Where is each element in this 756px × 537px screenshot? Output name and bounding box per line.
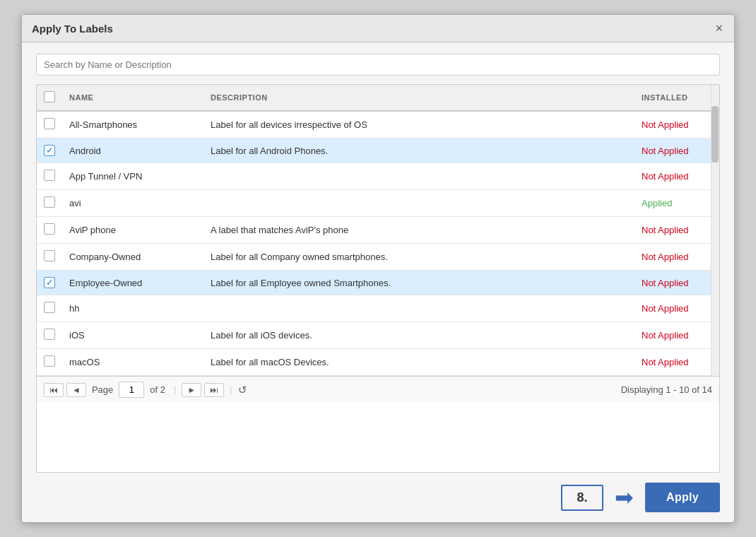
row-name: All-Smartphones	[62, 111, 203, 138]
row-description: A label that matches AviP's phone	[203, 217, 634, 244]
scrollbar-track[interactable]	[711, 85, 719, 376]
row-installed-status: Not Applied	[634, 217, 719, 244]
label-table-container: NAME DESCRIPTION INSTALLED All-Smartphon…	[36, 84, 720, 473]
row-checkbox-cell	[37, 295, 62, 322]
row-installed-status: Not Applied	[634, 138, 719, 163]
row-installed-status: Not Applied	[634, 349, 719, 376]
row-description	[203, 163, 634, 190]
row-checkbox[interactable]	[44, 302, 55, 313]
scrollbar-thumb[interactable]	[711, 106, 719, 163]
row-description: Label for all iOS devices.	[203, 322, 634, 349]
row-installed-status: Not Applied	[634, 295, 719, 322]
row-name: Android	[62, 138, 203, 163]
row-installed-status: Not Applied	[634, 163, 719, 190]
row-name: AviP phone	[62, 217, 203, 244]
prev-page-button[interactable]: ◄	[66, 383, 86, 397]
page-input[interactable]	[119, 382, 144, 398]
page-label: Page	[92, 384, 113, 395]
table-row: aviApplied	[37, 190, 719, 217]
row-installed-status: Not Applied	[634, 111, 719, 138]
row-checkbox[interactable]	[44, 118, 55, 129]
pag-separator: |	[174, 384, 176, 395]
row-name: avi	[62, 190, 203, 217]
table-body: All-SmartphonesLabel for all devices irr…	[37, 111, 719, 376]
row-checkbox[interactable]	[44, 277, 55, 288]
row-description: Label for all Employee owned Smartphones…	[203, 271, 634, 295]
close-button[interactable]: ×	[714, 22, 724, 35]
table-row: iOSLabel for all iOS devices.Not Applied	[37, 322, 719, 349]
row-checkbox-cell	[37, 271, 62, 295]
row-name: iOS	[62, 322, 203, 349]
row-checkbox-cell	[37, 349, 62, 376]
dialog-title: Apply To Labels	[32, 23, 113, 35]
row-checkbox[interactable]	[44, 170, 55, 181]
pagination-left: ⏮ ◄ Page of 2 | ► ⏭ | ↺	[44, 382, 247, 398]
table-row: Employee-OwnedLabel for all Employee own…	[37, 271, 719, 295]
row-name: Employee-Owned	[62, 271, 203, 295]
table-row: AviP phoneA label that matches AviP's ph…	[37, 217, 719, 244]
dialog-footer: 8. ➡ Apply	[22, 473, 734, 522]
step-badge: 8.	[561, 485, 603, 511]
row-name: hh	[62, 295, 203, 322]
pagination-bar: ⏮ ◄ Page of 2 | ► ⏭ | ↺ Displaying 1 - 1…	[37, 376, 719, 403]
refresh-button[interactable]: ↺	[238, 384, 247, 396]
col-header-installed: INSTALLED	[634, 85, 719, 111]
row-checkbox[interactable]	[44, 355, 55, 367]
row-checkbox[interactable]	[44, 196, 55, 208]
row-checkbox-cell	[37, 244, 62, 271]
header-checkbox[interactable]	[44, 91, 55, 102]
row-checkbox-cell	[37, 163, 62, 190]
table-row: macOSLabel for all macOS Devices.Not App…	[37, 349, 719, 376]
row-checkbox-cell	[37, 217, 62, 244]
table-row: All-SmartphonesLabel for all devices irr…	[37, 111, 719, 138]
row-name: Company-Owned	[62, 244, 203, 271]
dialog-header: Apply To Labels ×	[22, 15, 734, 42]
col-header-check	[37, 85, 62, 111]
row-installed-status: Not Applied	[634, 244, 719, 271]
last-page-button[interactable]: ⏭	[204, 383, 224, 397]
row-description: Label for all macOS Devices.	[203, 349, 634, 376]
page-of-label: of 2	[150, 384, 165, 395]
apply-to-labels-dialog: Apply To Labels × NAME DESCRIPTION I	[21, 14, 735, 523]
displaying-text: Displaying 1 - 10 of 14	[621, 384, 712, 395]
row-checkbox-cell	[37, 190, 62, 217]
row-checkbox[interactable]	[44, 250, 55, 261]
row-description: Label for all devices irrespective of OS	[203, 111, 634, 138]
pag-separator-2: |	[230, 384, 232, 395]
row-description: Label for all Company owned smartphones.	[203, 244, 634, 271]
table-row: AndroidLabel for all Android Phones.Not …	[37, 138, 719, 163]
row-checkbox[interactable]	[44, 145, 55, 156]
row-description	[203, 190, 634, 217]
row-description	[203, 295, 634, 322]
table-row: Company-OwnedLabel for all Company owned…	[37, 244, 719, 271]
row-installed-status: Applied	[634, 190, 719, 217]
arrow-icon: ➡	[615, 486, 634, 509]
search-input[interactable]	[36, 54, 720, 76]
row-checkbox-cell	[37, 111, 62, 138]
col-header-description: DESCRIPTION	[203, 85, 634, 111]
row-installed-status: Not Applied	[634, 271, 719, 295]
row-name: App Tunnel / VPN	[62, 163, 203, 190]
row-name: macOS	[62, 349, 203, 376]
table-wrapper: NAME DESCRIPTION INSTALLED All-Smartphon…	[37, 85, 719, 376]
table-row: hhNot Applied	[37, 295, 719, 322]
next-page-button[interactable]: ►	[182, 383, 201, 397]
row-checkbox[interactable]	[44, 223, 55, 235]
first-page-button[interactable]: ⏮	[44, 383, 64, 397]
row-checkbox[interactable]	[44, 329, 55, 340]
table-row: App Tunnel / VPNNot Applied	[37, 163, 719, 190]
row-checkbox-cell	[37, 138, 62, 163]
row-installed-status: Not Applied	[634, 322, 719, 349]
col-header-name: NAME	[62, 85, 203, 111]
apply-button[interactable]: Apply	[645, 483, 720, 512]
row-checkbox-cell	[37, 322, 62, 349]
label-table: NAME DESCRIPTION INSTALLED All-Smartphon…	[37, 85, 719, 376]
table-header-row: NAME DESCRIPTION INSTALLED	[37, 85, 719, 111]
dialog-body: NAME DESCRIPTION INSTALLED All-Smartphon…	[22, 42, 734, 473]
row-description: Label for all Android Phones.	[203, 138, 634, 163]
